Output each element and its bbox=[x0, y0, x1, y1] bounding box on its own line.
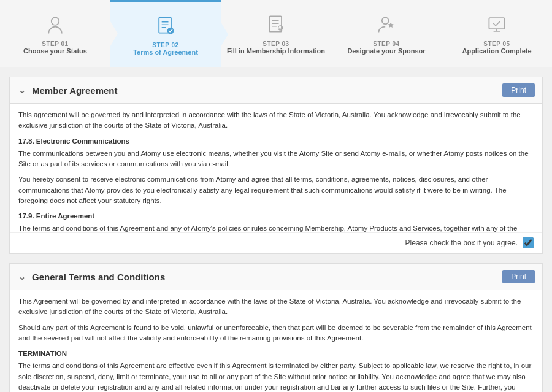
step-03[interactable]: STEP 03 Fill in Membership Information bbox=[221, 0, 331, 67]
general-terms-title: General Terms and Conditions bbox=[32, 272, 165, 282]
member-agreement-agree-label: Please check the box if you agree. bbox=[405, 239, 518, 247]
gt-void-text: Should any part of this Agreement is fou… bbox=[18, 323, 534, 344]
member-agreement-title-group: ⌄ Member Agreement bbox=[17, 85, 117, 96]
step03-label: Fill in Membership Information bbox=[227, 47, 325, 55]
ma-17-8-title: 17.8. Electronic Communications bbox=[18, 136, 534, 147]
main-content: ⌄ Member Agreement Print This agreement … bbox=[0, 67, 552, 392]
general-terms-body[interactable]: This Agreement will be governed by and i… bbox=[10, 290, 542, 392]
step02-number: STEP 02 bbox=[152, 42, 178, 48]
step05-number: STEP 05 bbox=[483, 40, 510, 47]
step04-label: Designate your Sponsor bbox=[347, 47, 425, 55]
general-terms-section: ⌄ General Terms and Conditions Print Thi… bbox=[9, 263, 543, 392]
step04-number: STEP 04 bbox=[373, 40, 399, 47]
step04-chevron bbox=[442, 21, 449, 46]
stepper: STEP 01 Choose your Status STEP 02 Terms… bbox=[0, 0, 552, 67]
step-04[interactable]: STEP 04 Designate your Sponsor bbox=[331, 0, 442, 67]
svg-point-0 bbox=[52, 17, 59, 25]
step03-icon bbox=[264, 12, 288, 37]
member-agreement-section: ⌄ Member Agreement Print This agreement … bbox=[9, 77, 543, 254]
svg-point-5 bbox=[382, 17, 389, 24]
step01-icon bbox=[43, 12, 67, 37]
step01-label: Choose your Status bbox=[23, 47, 87, 55]
member-agreement-title: Member Agreement bbox=[32, 85, 117, 96]
member-agreement-agree-row: Please check the box if you agree. bbox=[10, 233, 542, 253]
member-agreement-checkbox[interactable] bbox=[523, 237, 534, 248]
general-terms-title-group: ⌄ General Terms and Conditions bbox=[17, 272, 165, 282]
step03-chevron bbox=[331, 21, 339, 46]
member-agreement-header: ⌄ Member Agreement Print bbox=[10, 77, 542, 104]
gt-termination-title: TERMINATION bbox=[18, 348, 534, 359]
general-terms-header: ⌄ General Terms and Conditions Print bbox=[10, 264, 542, 290]
ma-17-8-text: The communications between you and Atomy… bbox=[18, 148, 534, 170]
step-02[interactable]: STEP 02 Terms of Agreement bbox=[110, 0, 221, 67]
step02-icon bbox=[153, 13, 178, 38]
ma-consent-text: You hereby consent to receive electronic… bbox=[18, 174, 534, 206]
step-01[interactable]: STEP 01 Choose your Status bbox=[0, 0, 110, 67]
member-agreement-print-button[interactable]: Print bbox=[502, 83, 535, 97]
step05-icon bbox=[485, 12, 509, 37]
ma-intro-text: This agreement will be governed by and i… bbox=[18, 110, 534, 131]
step02-label: Terms of Agreement bbox=[133, 48, 198, 56]
gt-intro-text: This Agreement will be governed by and i… bbox=[18, 296, 534, 318]
general-terms-collapse-icon[interactable]: ⌄ bbox=[17, 272, 27, 282]
step01-number: STEP 01 bbox=[42, 40, 68, 47]
gt-termination-text: The terms and conditions of this Agreeme… bbox=[18, 361, 534, 392]
general-terms-print-button[interactable]: Print bbox=[502, 270, 535, 283]
step02-chevron bbox=[221, 22, 228, 47]
svg-rect-6 bbox=[489, 18, 504, 29]
svg-rect-3 bbox=[269, 17, 282, 32]
step04-icon bbox=[374, 12, 399, 37]
step01-chevron bbox=[110, 21, 118, 46]
step05-label: Application Complete bbox=[462, 47, 531, 55]
ma-17-9-text: The terms and conditions of this Agreeme… bbox=[18, 223, 534, 233]
step-05[interactable]: STEP 05 Application Complete bbox=[442, 0, 552, 67]
ma-17-9-title: 17.9. Entire Agreement bbox=[18, 211, 534, 221]
member-agreement-body[interactable]: This agreement will be governed by and i… bbox=[10, 104, 542, 233]
step03-number: STEP 03 bbox=[263, 40, 289, 47]
member-agreement-collapse-icon[interactable]: ⌄ bbox=[17, 85, 27, 95]
